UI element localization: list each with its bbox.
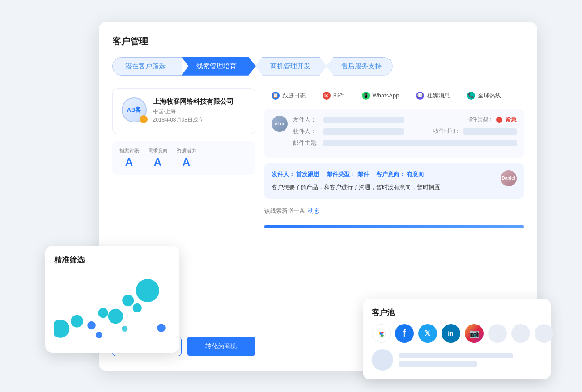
svg-point-2 bbox=[87, 321, 96, 329]
tab-email[interactable]: ✉ 邮件 bbox=[315, 88, 352, 103]
activity-header: 发件人： 首次跟进 邮件类型： 邮件 客户意向： 有意向 bbox=[272, 170, 495, 178]
receiver-value bbox=[323, 128, 404, 135]
receive-time-value bbox=[463, 128, 517, 135]
pool-text-bars bbox=[399, 353, 542, 367]
tab-whatsapp[interactable]: 📱 WhatsApp bbox=[355, 88, 407, 103]
svg-point-3 bbox=[98, 308, 108, 318]
follow-icon: 📋 bbox=[272, 92, 280, 100]
svg-point-4 bbox=[108, 308, 123, 323]
sender-avatar: ALro bbox=[272, 116, 288, 132]
company-card: AB客 ⭐ 上海牧客网络科技有限公司 中国·上海 2018年08月08日成立 bbox=[112, 88, 255, 134]
svg-point-5 bbox=[122, 295, 134, 306]
ratings-row: 档案评级 A 需求意向 A 资质潜力 A bbox=[112, 141, 255, 175]
email-content-section: ALro 发件人： 邮件类型： ! 紧急 bbox=[272, 116, 517, 151]
filter-card: 精准筛选 bbox=[45, 246, 179, 353]
pool-bar-1 bbox=[399, 353, 513, 358]
blue-progress-bar bbox=[264, 225, 524, 228]
activity-body: 客户想要了解产品，和客户进行了沟通，暂时没有意向，暂时搁置 bbox=[272, 183, 495, 192]
rating-potential: 资质潜力 A bbox=[177, 148, 196, 169]
rating-intent: 需求意向 A bbox=[148, 148, 168, 169]
pool-avatar bbox=[372, 349, 393, 371]
pool-card: 客户池 f 𝕏 in 📷 bbox=[363, 299, 551, 379]
steps-nav: 潜在客户筛选 线索管理培育 商机管理开发 售后服务支持 bbox=[112, 57, 524, 76]
activity-avatar: Daniel bbox=[501, 170, 517, 186]
subject-value bbox=[323, 140, 517, 146]
svg-point-10 bbox=[122, 325, 127, 331]
activity-sender: 发件人： 首次跟进 bbox=[272, 170, 320, 178]
svg-point-7 bbox=[136, 279, 159, 302]
email-receiver-row: 收件人： 收件时间： bbox=[293, 127, 517, 135]
dynamic-row: 该线索新增一条 动态 bbox=[264, 204, 524, 218]
pool-bar-2 bbox=[399, 361, 477, 367]
svg-point-9 bbox=[157, 324, 166, 332]
pool-icon-gray1 bbox=[488, 324, 507, 343]
activity-section: 发件人： 首次跟进 邮件类型： 邮件 客户意向： 有意向 bbox=[272, 170, 517, 192]
company-logo: AB客 ⭐ bbox=[122, 97, 147, 122]
pool-title: 客户池 bbox=[372, 308, 542, 318]
whatsapp-icon: 📱 bbox=[362, 92, 370, 100]
pool-icon-gray3 bbox=[535, 324, 553, 343]
sender-value bbox=[323, 117, 404, 123]
tab-social[interactable]: 💬 社媒消息 bbox=[409, 88, 457, 103]
tab-follow[interactable]: 📋 跟进日志 bbox=[264, 88, 313, 103]
svg-point-0 bbox=[54, 320, 69, 338]
activity-intent: 客户意向： 有意向 bbox=[376, 170, 425, 178]
pool-icon-linkedin[interactable]: in bbox=[442, 324, 460, 343]
svg-point-1 bbox=[71, 315, 83, 327]
step-leads[interactable]: 线索管理培育 bbox=[182, 57, 256, 76]
page-title: 客户管理 bbox=[112, 35, 524, 47]
step-aftersales[interactable]: 售后服务支持 bbox=[327, 57, 393, 76]
star-icon: ⭐ bbox=[140, 117, 147, 123]
activity-card: 发件人： 首次跟进 邮件类型： 邮件 客户意向： 有意向 bbox=[264, 163, 524, 199]
step-opportunity[interactable]: 商机管理开发 bbox=[255, 57, 327, 76]
filter-title: 精准筛选 bbox=[54, 255, 170, 265]
svg-point-8 bbox=[95, 331, 102, 338]
email-subject-row: 邮件主题: bbox=[293, 139, 517, 147]
tab-hotline[interactable]: 📞 全球热线 bbox=[460, 88, 508, 103]
scatter-area bbox=[54, 272, 170, 344]
pool-icon-facebook[interactable]: f bbox=[395, 324, 414, 343]
pool-icons-row: f 𝕏 in 📷 bbox=[372, 324, 542, 343]
email-sender-row: 发件人： 邮件类型： ! 紧急 bbox=[293, 116, 517, 124]
svg-point-6 bbox=[132, 303, 141, 312]
convert-button[interactable]: 转化为商机 bbox=[187, 337, 255, 356]
tab-bar: 📋 跟进日志 ✉ 邮件 📱 WhatsApp 💬 社媒消息 bbox=[264, 88, 524, 103]
pool-icon-instagram[interactable]: 📷 bbox=[465, 324, 484, 343]
pool-icon-twitter[interactable]: 𝕏 bbox=[418, 324, 437, 343]
company-info: 上海牧客网络科技有限公司 中国·上海 2018年08月08日成立 bbox=[153, 97, 234, 125]
dynamic-link[interactable]: 动态 bbox=[308, 207, 319, 215]
urgent-dot: ! bbox=[496, 117, 502, 123]
social-icon: 💬 bbox=[416, 92, 424, 100]
activity-email-type: 邮件类型： 邮件 bbox=[327, 170, 369, 178]
pool-bottom bbox=[372, 349, 542, 371]
pool-icon-chrome[interactable] bbox=[372, 324, 391, 343]
step-potential[interactable]: 潜在客户筛选 bbox=[112, 57, 182, 76]
email-icon: ✉ bbox=[323, 92, 331, 100]
pool-icon-gray2 bbox=[511, 324, 530, 343]
hotline-icon: 📞 bbox=[467, 92, 475, 100]
email-detail-card: ALro 发件人： 邮件类型： ! 紧急 bbox=[264, 109, 524, 158]
rating-archive: 档案评级 A bbox=[119, 148, 139, 169]
